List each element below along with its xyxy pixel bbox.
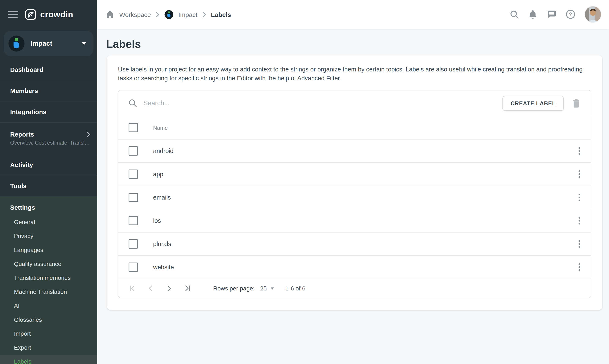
chevron-right-icon: [87, 131, 91, 137]
trash-icon[interactable]: [573, 99, 580, 108]
pagination-range: 1-6 of 6: [285, 285, 305, 292]
chevron-right-icon: [203, 12, 206, 17]
topbar-icons: ?: [510, 6, 601, 22]
topbar: Workspace Impact Labels: [97, 0, 609, 29]
row-checkbox[interactable]: [129, 169, 138, 179]
sidebar-item-label: Reports: [10, 131, 87, 138]
sidebar-item-tools[interactable]: Tools: [0, 175, 97, 196]
home-icon[interactable]: [106, 11, 114, 18]
kebab-menu-icon[interactable]: [573, 191, 586, 204]
breadcrumb-workspace[interactable]: Workspace: [119, 11, 151, 18]
sidebar-item-languages[interactable]: Languages: [0, 243, 97, 257]
settings-section: Settings General Privacy Languages Quali…: [0, 196, 97, 364]
column-header-name: Name: [153, 125, 168, 131]
next-page-icon[interactable]: [166, 285, 172, 292]
table-row: ios: [119, 209, 591, 232]
menu-icon[interactable]: [8, 11, 18, 18]
breadcrumb: Workspace Impact Labels: [106, 10, 231, 19]
sidebar-item-import[interactable]: Import: [0, 327, 97, 341]
labels-table: CREATE LABEL Name android: [118, 90, 591, 298]
sidebar-item-quality-assurance[interactable]: Quality assurance: [0, 257, 97, 271]
label-name: ios: [153, 217, 161, 224]
kebab-menu-icon[interactable]: [573, 261, 586, 273]
label-name: website: [153, 264, 174, 271]
breadcrumb-impact[interactable]: Impact: [178, 11, 198, 18]
create-label-button[interactable]: CREATE LABEL: [503, 96, 564, 111]
sidebar-item-translation-memories[interactable]: Translation memories: [0, 271, 97, 285]
sidebar: crowdin Impact Dashboard Members Integr: [0, 0, 97, 364]
chevron-down-icon: [270, 287, 274, 289]
row-checkbox[interactable]: [129, 262, 138, 272]
row-checkbox[interactable]: [129, 239, 138, 248]
search-field: [129, 99, 503, 107]
chevron-down-icon: [82, 42, 86, 45]
sidebar-top: crowdin: [0, 0, 97, 29]
first-page-icon[interactable]: [129, 285, 135, 292]
user-avatar[interactable]: [585, 6, 601, 22]
sidebar-item-machine-translation[interactable]: Machine Translation: [0, 285, 97, 299]
sidebar-item-reports[interactable]: Reports Overview, Cost estimate, Transl…: [0, 123, 97, 154]
kebab-menu-icon[interactable]: [573, 168, 586, 181]
table-header-row: Name: [119, 116, 591, 139]
sidebar-item-label: Integrations: [10, 108, 47, 116]
rows-per-page-select[interactable]: 25: [260, 285, 274, 292]
kebab-menu-icon[interactable]: [573, 238, 586, 250]
help-icon[interactable]: ?: [566, 10, 575, 19]
table-row: website: [119, 255, 591, 279]
sidebar-item-glossaries[interactable]: Glossaries: [0, 313, 97, 327]
sidebar-item-subtitle: Overview, Cost estimate, Transl…: [10, 140, 93, 146]
table-row: emails: [119, 186, 591, 209]
search-icon: [129, 99, 137, 107]
chevron-right-icon: [156, 12, 159, 17]
search-icon[interactable]: [510, 10, 519, 19]
sidebar-item-activity[interactable]: Activity: [0, 154, 97, 175]
labels-card: Use labels in your project for an easy w…: [107, 55, 602, 310]
kebab-menu-icon[interactable]: [573, 214, 586, 227]
brand-name: crowdin: [40, 10, 73, 19]
project-name: Impact: [30, 40, 76, 47]
pagination: Rows per page: 25 1-6 of 6: [119, 279, 591, 298]
page-description: Use labels in your project for an easy w…: [118, 65, 591, 83]
row-checkbox[interactable]: [129, 216, 138, 225]
project-switcher[interactable]: Impact: [4, 31, 93, 56]
table-row: app: [119, 162, 591, 186]
search-input[interactable]: [143, 99, 503, 107]
sidebar-item-label: Tools: [10, 182, 27, 189]
label-name: android: [153, 148, 174, 154]
label-name: app: [153, 171, 163, 178]
row-checkbox[interactable]: [129, 146, 138, 156]
table-row: plurals: [119, 232, 591, 255]
project-avatar: [8, 36, 25, 52]
sidebar-item-privacy[interactable]: Privacy: [0, 229, 97, 243]
last-page-icon[interactable]: [184, 285, 191, 292]
sidebar-item-general[interactable]: General: [0, 215, 97, 229]
row-checkbox[interactable]: [129, 193, 138, 202]
sidebar-item-label: Activity: [10, 161, 33, 168]
sidebar-item-integrations[interactable]: Integrations: [0, 102, 97, 123]
rows-per-page-value: 25: [260, 285, 267, 292]
rows-per-page-label: Rows per page:: [213, 285, 255, 292]
label-name: plurals: [153, 241, 171, 247]
label-name: emails: [153, 194, 171, 201]
breadcrumb-labels: Labels: [211, 11, 231, 18]
sidebar-item-members[interactable]: Members: [0, 80, 97, 102]
kebab-menu-icon[interactable]: [573, 144, 586, 157]
crowdin-brand[interactable]: crowdin: [25, 9, 73, 20]
select-all-checkbox[interactable]: [129, 123, 138, 132]
sidebar-item-ai[interactable]: AI: [0, 299, 97, 313]
messages-icon[interactable]: [547, 10, 556, 19]
breadcrumb-project-avatar[interactable]: [164, 10, 173, 19]
table-row: android: [119, 139, 591, 162]
sidebar-item-labels[interactable]: Labels: [0, 355, 97, 364]
sidebar-item-settings[interactable]: Settings: [0, 196, 97, 215]
svg-text:?: ?: [569, 11, 572, 18]
sidebar-item-dashboard[interactable]: Dashboard: [0, 59, 97, 80]
main-area: Workspace Impact Labels: [97, 0, 609, 364]
page-title: Labels: [106, 38, 609, 51]
bell-icon[interactable]: [529, 10, 537, 19]
prev-page-icon[interactable]: [147, 285, 154, 292]
sidebar-item-label: Members: [10, 87, 38, 94]
labels-toolbar: CREATE LABEL: [119, 91, 591, 116]
crowdin-logo-icon: [25, 9, 36, 20]
sidebar-item-export[interactable]: Export: [0, 341, 97, 355]
